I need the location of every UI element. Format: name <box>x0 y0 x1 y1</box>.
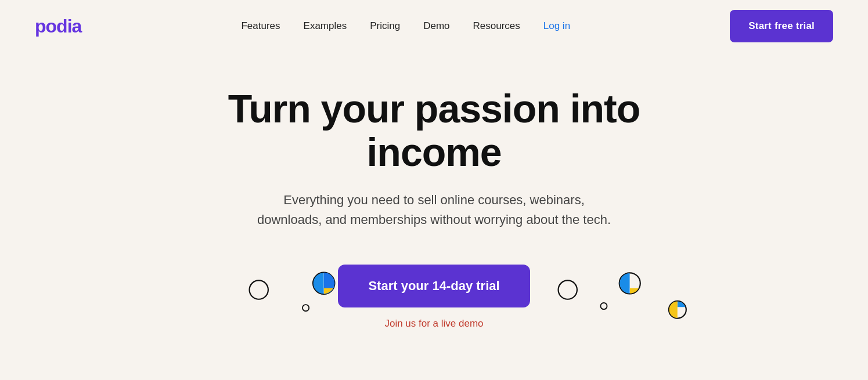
nav-link-examples[interactable]: Examples <box>304 20 347 31</box>
hero-title: Turn your passion into income <box>173 87 696 174</box>
logo[interactable]: podia <box>35 16 81 37</box>
nav-item-demo[interactable]: Demo <box>423 20 449 32</box>
hero-subtitle: Everything you need to sell online cours… <box>254 190 614 230</box>
nav-link-resources[interactable]: Resources <box>473 20 520 31</box>
hero-section: Turn your passion into income Everything… <box>0 52 868 330</box>
nav-item-resources[interactable]: Resources <box>473 20 520 32</box>
navbar: podia Features Examples Pricing Demo Res… <box>0 0 868 52</box>
nav-link-pricing[interactable]: Pricing <box>370 20 400 31</box>
cta-14day-trial-button[interactable]: Start your 14-day trial <box>338 265 530 307</box>
svg-point-8 <box>559 280 577 299</box>
nav-item-login[interactable]: Log in <box>543 20 570 32</box>
cta-area: Start your 14-day trial Join us for a li… <box>12 265 856 330</box>
nav-item-pricing[interactable]: Pricing <box>370 20 400 32</box>
nav-item-examples[interactable]: Examples <box>304 20 347 32</box>
nav-item-features[interactable]: Features <box>241 20 280 32</box>
nav-link-login[interactable]: Log in <box>543 20 570 31</box>
svg-point-14 <box>600 303 607 309</box>
svg-point-7 <box>302 305 309 311</box>
start-trial-button[interactable]: Start free trial <box>730 10 833 42</box>
nav-link-features[interactable]: Features <box>241 20 280 31</box>
nav-link-demo[interactable]: Demo <box>423 20 449 31</box>
svg-point-0 <box>250 280 268 299</box>
nav-links: Features Examples Pricing Demo Resources… <box>241 20 570 32</box>
